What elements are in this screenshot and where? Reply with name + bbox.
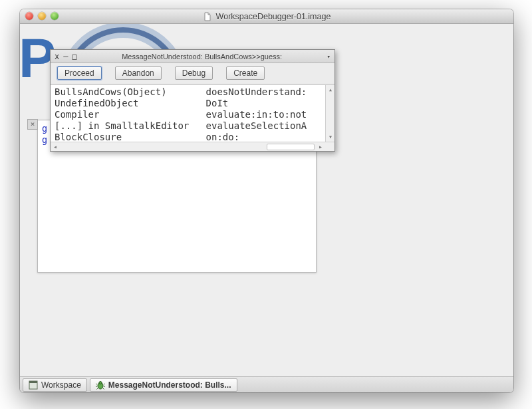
scroll-right-icon[interactable]: ▸ — [316, 142, 325, 151]
workspace-icon — [29, 380, 38, 390]
debugger-minimize-button[interactable]: – — [63, 53, 68, 61]
taskbar-item-workspace[interactable]: Workspace — [23, 378, 87, 392]
window-title-text: WorkspaceDebugger-01.image — [216, 12, 331, 21]
zoom-icon[interactable] — [51, 12, 59, 20]
debug-button[interactable]: Debug — [175, 67, 213, 80]
proceed-button[interactable]: Proceed — [57, 67, 102, 80]
debugger-window[interactable]: x – □ MessageNotUnderstood: BullsAndCows… — [50, 49, 335, 152]
debugger-maximize-button[interactable]: □ — [72, 53, 76, 61]
horizontal-scrollbar[interactable]: ◂ ▸ — [51, 142, 334, 151]
document-icon — [203, 12, 212, 21]
taskbar: Workspace MessageNotUnderstood: Bulls... — [20, 376, 513, 392]
scroll-up-icon[interactable]: ▴ — [326, 85, 334, 94]
debugger-menu-icon[interactable]: ▾ — [327, 53, 331, 61]
stack-rows[interactable]: BullsAndCows(Object) doesNotUnderstand: … — [51, 85, 334, 143]
debugger-title-text: MessageNotUnderstood: BullsAndCows>>gues… — [81, 53, 323, 61]
minimize-icon[interactable] — [38, 12, 46, 20]
pharo-world[interactable]: P × g g x – □ MessageNotUnderstood: Bull… — [20, 24, 513, 392]
window-title: WorkspaceDebugger-01.image — [203, 12, 331, 21]
debugger-button-row: Proceed Abandon Debug Create — [51, 63, 334, 84]
svg-rect-4 — [29, 381, 37, 383]
svg-point-6 — [99, 381, 102, 384]
scroll-left-icon[interactable]: ◂ — [51, 142, 60, 151]
mac-titlebar[interactable]: WorkspaceDebugger-01.image — [20, 9, 513, 24]
taskbar-item-debugger[interactable]: MessageNotUnderstood: Bulls... — [90, 378, 237, 392]
bug-icon — [96, 380, 105, 390]
stack-list[interactable]: BullsAndCows(Object) doesNotUnderstand: … — [51, 84, 334, 151]
taskbar-item-label: MessageNotUnderstood: Bulls... — [108, 380, 231, 390]
close-icon[interactable] — [25, 12, 33, 20]
abandon-button[interactable]: Abandon — [115, 67, 162, 80]
scroll-down-icon[interactable]: ▾ — [326, 132, 334, 142]
debugger-titlebar[interactable]: x – □ MessageNotUnderstood: BullsAndCows… — [51, 50, 334, 63]
taskbar-item-label: Workspace — [41, 380, 81, 390]
traffic-lights — [25, 12, 59, 20]
workspace-close-button[interactable]: × — [27, 119, 38, 130]
vertical-scrollbar[interactable]: ▴ ▾ — [325, 85, 334, 142]
debugger-close-button[interactable]: x — [55, 53, 59, 61]
scroll-thumb[interactable] — [267, 144, 315, 150]
mac-window: WorkspaceDebugger-01.image P × g g x – □… — [20, 9, 513, 392]
create-button[interactable]: Create — [226, 67, 265, 80]
